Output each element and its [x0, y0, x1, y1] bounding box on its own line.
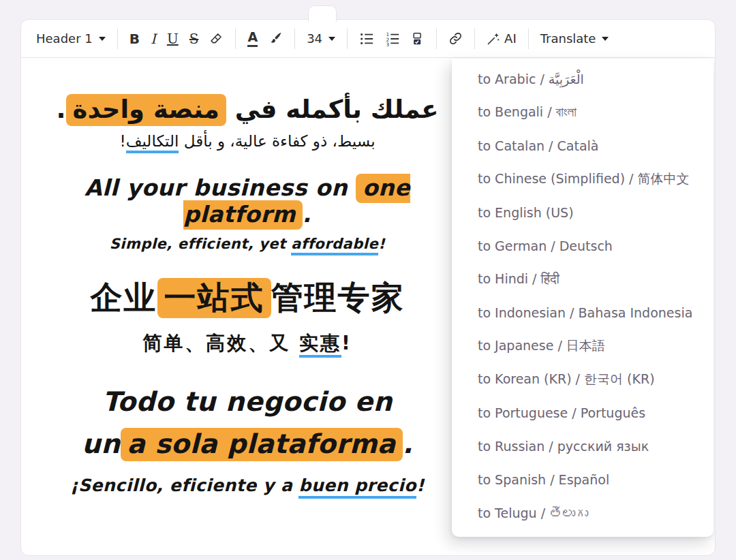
eraser-icon [209, 31, 224, 46]
editor-card: Header 1 B I U S A [20, 19, 716, 556]
ai-button[interactable]: AI [481, 27, 522, 50]
editor-content-area[interactable]: عملك بأكمله في منصة واحدة. بسيط، ذو كفاء… [21, 58, 457, 495]
translate-dropdown[interactable]: Translate [535, 27, 615, 50]
arabic-subtitle-exclaim: ! [119, 132, 125, 150]
translate-menu: to Arabic / الْعَرَبِيَّة to Bengali / ব… [452, 59, 714, 537]
svg-text:3: 3 [386, 42, 389, 46]
numbered-list-button[interactable]: 1 2 3 [380, 27, 405, 50]
strikethrough-icon: S [189, 31, 199, 47]
translate-to-english-us[interactable]: to English (US) [452, 196, 714, 229]
english-section: All your business on one platform. Simpl… [44, 174, 450, 252]
underline-icon: U [167, 31, 179, 47]
chinese-subtitle: 简单、高效、又 实惠! [44, 330, 450, 356]
bold-button[interactable]: B [124, 27, 145, 51]
translate-to-portuguese[interactable]: to Portuguese / Português [452, 396, 714, 429]
paintbrush-icon [269, 31, 283, 46]
chinese-title-highlight: 一站式 [157, 278, 271, 318]
font-size-dropdown[interactable]: 34 [301, 27, 341, 50]
chevron-down-icon [99, 37, 106, 41]
english-title-text: All your business on [85, 174, 356, 201]
arabic-section: عملك بأكمله في منصة واحدة. بسيط، ذو كفاء… [44, 95, 450, 150]
font-size-value: 34 [307, 31, 322, 46]
magic-wand-icon [487, 32, 500, 46]
arabic-subtitle: بسيط، ذو كفاءة عالية، و بأقل التكاليف! [44, 132, 450, 150]
toolbar-separator [474, 29, 475, 49]
chinese-subtitle-exclaim: ! [341, 332, 352, 354]
link-button[interactable] [443, 27, 468, 50]
translate-to-japanese[interactable]: to Japanese / 日本語 [452, 329, 714, 362]
chinese-section: 企业一站式管理专家 简单、高效、又 实惠! [44, 277, 450, 356]
translate-to-arabic[interactable]: to Arabic / الْعَرَبِيَّة [452, 62, 714, 95]
arabic-subtitle-underlined: التكاليف [126, 132, 179, 153]
link-icon [448, 31, 463, 46]
translate-to-russian[interactable]: to Russian / русский язык [452, 429, 714, 463]
chevron-down-icon [328, 37, 335, 41]
chinese-subtitle-underlined: 实惠 [299, 332, 341, 358]
checklist-icon [411, 31, 425, 46]
highlight-color-button[interactable] [263, 27, 288, 50]
checklist-button[interactable] [405, 27, 430, 50]
spanish-title-line1: Todo tu negocio en [44, 381, 450, 423]
translate-to-catalan[interactable]: to Catalan / Català [452, 129, 714, 162]
arabic-title: عملك بأكمله في منصة واحدة. [44, 95, 450, 124]
spanish-subtitle-exclaim: ! [416, 476, 425, 495]
toolbar-separator [235, 29, 236, 49]
toolbar-separator [436, 29, 437, 49]
translate-to-chinese-simplified[interactable]: to Chinese (Simplified) / 简体中文 [452, 162, 714, 196]
spanish-title-highlight: a sola plataforma [121, 428, 403, 461]
spanish-subtitle-text: ¡Sencillo, eficiente y a [70, 476, 298, 495]
underline-button[interactable]: U [162, 27, 184, 51]
bullet-list-button[interactable] [354, 27, 380, 50]
english-subtitle-underlined: affordable [291, 236, 378, 255]
heading-style-label: Header 1 [36, 31, 93, 46]
english-title-period: . [303, 201, 311, 228]
toolbar-separator [294, 29, 295, 49]
clear-format-button[interactable] [204, 27, 229, 50]
spanish-title: Todo tu negocio en una sola plataforma. [44, 381, 450, 466]
bullet-list-icon [359, 31, 374, 46]
numbered-list-icon: 1 2 3 [385, 31, 400, 46]
arabic-title-highlight: منصة واحدة [66, 94, 226, 126]
translate-to-german[interactable]: to German / Deutsch [452, 229, 714, 262]
chinese-title: 企业一站式管理专家 [44, 277, 450, 320]
arabic-subtitle-text: بسيط، ذو كفاءة عالية، و بأقل [179, 132, 375, 150]
bold-icon: B [129, 31, 140, 47]
spanish-title-period: . [403, 429, 413, 459]
toolbar-separator [347, 29, 348, 49]
translate-label: Translate [540, 31, 596, 46]
english-subtitle-text: Simple, efficient, yet [110, 236, 292, 252]
font-color-icon: A [247, 31, 258, 47]
translate-to-telugu[interactable]: to Telugu / తెలుగు [452, 496, 714, 529]
spanish-subtitle: ¡Sencillo, eficiente y a buen precio! [44, 476, 450, 495]
ai-label: AI [504, 31, 517, 46]
english-subtitle-exclaim: ! [378, 236, 385, 252]
translate-to-korean[interactable]: to Korean (KR) / 한국어 (KR) [452, 362, 714, 396]
italic-button[interactable]: I [145, 27, 162, 51]
strikethrough-button[interactable]: S [184, 27, 204, 51]
translate-to-spanish[interactable]: to Spanish / Español [452, 463, 714, 496]
spanish-title-line2: una sola plataforma. [44, 423, 450, 465]
arabic-title-text: عملك بأكمله في [226, 95, 439, 124]
editor-toolbar: Header 1 B I U S A [21, 20, 715, 58]
chinese-title-pre: 企业 [91, 279, 157, 316]
english-subtitle: Simple, efficient, yet affordable! [44, 236, 450, 252]
spanish-section: Todo tu negocio en una sola plataforma. … [44, 381, 450, 495]
toolbar-handle-notch [308, 5, 337, 22]
chinese-subtitle-text: 简单、高效、又 [142, 332, 299, 354]
translate-to-hindi[interactable]: to Hindi / हिंदी [452, 262, 714, 296]
spanish-title-line2-pre: un [82, 429, 121, 459]
english-title: All your business on one platform. [44, 174, 450, 228]
chinese-title-post: 管理专家 [271, 279, 405, 316]
translate-to-bengali[interactable]: to Bengali / বাংলা [452, 95, 714, 129]
translate-to-indonesian[interactable]: to Indonesian / Bahasa Indonesia [452, 296, 714, 329]
chevron-down-icon [602, 37, 609, 41]
toolbar-separator [528, 29, 529, 49]
toolbar-separator [117, 29, 118, 49]
font-color-button[interactable]: A [242, 27, 263, 51]
arabic-title-period: . [56, 95, 65, 124]
heading-style-dropdown[interactable]: Header 1 [31, 27, 111, 50]
spanish-subtitle-underlined: buen precio [298, 476, 416, 499]
italic-icon: I [151, 31, 156, 47]
